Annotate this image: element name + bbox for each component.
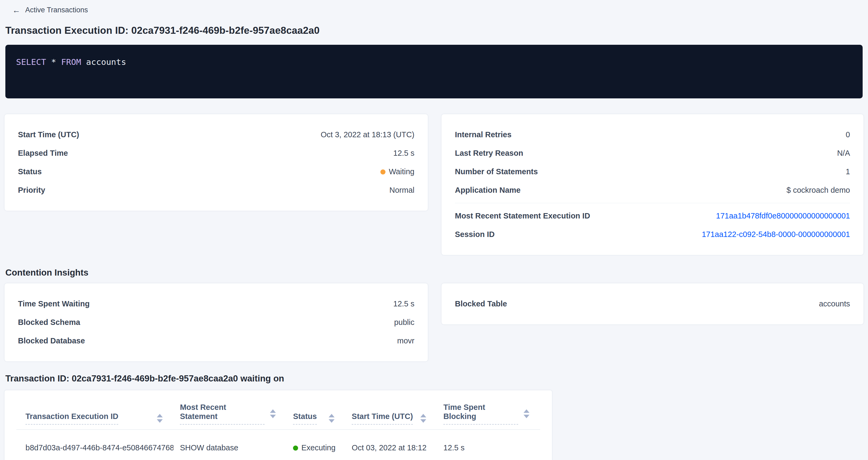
row-value: public (394, 318, 414, 327)
page-title: Transaction Execution ID: 02ca7931-f246-… (5, 25, 864, 36)
status-badge: Waiting (380, 167, 414, 176)
sort-icon[interactable] (524, 409, 529, 418)
contention-blocked-table-card: Blocked Table accounts (441, 283, 864, 325)
sort-icon[interactable] (270, 409, 276, 418)
contention-cards-row: Time Spent Waiting 12.5 s Blocked Schema… (4, 283, 864, 362)
sql-statement-box: SELECT * FROM accounts (5, 45, 863, 98)
transaction-stats-card: Internal Retries 0 Last Retry Reason N/A… (441, 114, 864, 255)
contention-insights-heading: Contention Insights (5, 268, 864, 278)
row-value: Oct 3, 2022 at 18:13 (UTC) (320, 130, 414, 140)
sql-keyword-from: FROM (61, 57, 81, 67)
column-header-most-recent-statement[interactable]: Most Recent Statement (174, 390, 286, 430)
blocked-table-row: Blocked Table accounts (455, 295, 850, 313)
back-arrow-icon: ← (12, 6, 20, 14)
statement-execution-id-row: Most Recent Statement Execution ID 171aa… (455, 207, 850, 225)
sort-icon[interactable] (329, 414, 335, 423)
row-label: Session ID (455, 230, 495, 239)
internal-retries-row: Internal Retries 0 (455, 125, 850, 144)
session-id-row: Session ID 171aa122-c092-54b8-0000-00000… (455, 225, 850, 244)
table-header-row: Transaction Execution ID Most Recent Sta… (17, 390, 540, 430)
cell-status: Executing (286, 430, 345, 460)
cell-time-spent-blocking: 12.5 s (437, 430, 540, 460)
back-link[interactable]: ← Active Transactions (12, 6, 88, 14)
start-time-row: Start Time (UTC) Oct 3, 2022 at 18:13 (U… (18, 125, 414, 144)
row-label: Last Retry Reason (455, 149, 523, 158)
row-value: accounts (819, 299, 850, 309)
row-label: Status (18, 167, 42, 176)
contention-waiting-card: Time Spent Waiting 12.5 s Blocked Schema… (4, 283, 428, 362)
row-value: movr (397, 336, 414, 345)
row-label: Start Time (UTC) (18, 130, 79, 140)
time-spent-waiting-row: Time Spent Waiting 12.5 s (18, 295, 414, 313)
row-value: N/A (837, 149, 850, 158)
row-value: $ cockroach demo (786, 185, 850, 195)
statement-execution-id-link[interactable]: 171aa1b478fdf0e80000000000000001 (716, 211, 850, 221)
sort-icon[interactable] (420, 414, 426, 423)
cell-most-recent-statement: SHOW database (174, 430, 286, 460)
cell-start-time: Oct 03, 2022 at 18:12 (345, 430, 437, 460)
column-header-time-spent-blocking[interactable]: Time Spent Blocking (437, 390, 540, 430)
sql-table-name: accounts (81, 57, 126, 67)
row-label: Application Name (455, 185, 521, 195)
card-divider (455, 203, 850, 203)
blocked-schema-row: Blocked Schema public (18, 313, 414, 332)
row-label: Blocked Schema (18, 318, 80, 327)
row-value: 12.5 s (393, 149, 414, 158)
table-row: b8d7d03a-d497-446b-8474-e50846674768 SHO… (17, 430, 540, 460)
transaction-summary-card: Start Time (UTC) Oct 3, 2022 at 18:13 (U… (4, 114, 428, 211)
application-name-row: Application Name $ cockroach demo (455, 181, 850, 200)
row-label: Blocked Table (455, 299, 507, 309)
row-label: Priority (18, 185, 45, 195)
row-label: Number of Statements (455, 167, 538, 176)
waiting-on-table: Transaction Execution ID Most Recent Sta… (17, 390, 540, 460)
row-value: 12.5 s (393, 299, 414, 309)
column-header-start-time[interactable]: Start Time (UTC) (345, 390, 437, 430)
elapsed-time-row: Elapsed Time 12.5 s (18, 144, 414, 162)
sql-keyword-select: SELECT (16, 57, 46, 67)
priority-row: Priority Normal (18, 181, 414, 200)
waiting-status-dot-icon (380, 170, 385, 175)
row-label: Elapsed Time (18, 149, 68, 158)
last-retry-reason-row: Last Retry Reason N/A (455, 144, 850, 162)
column-header-status[interactable]: Status (286, 390, 345, 430)
cell-transaction-execution-id: b8d7d03a-d497-446b-8474-e50846674768 (17, 430, 174, 460)
number-of-statements-row: Number of Statements 1 (455, 162, 850, 181)
row-label: Most Recent Statement Execution ID (455, 211, 590, 221)
waiting-on-heading: Transaction ID: 02ca7931-f246-469b-b2fe-… (5, 373, 864, 384)
sql-statement: SELECT * FROM accounts (16, 57, 126, 67)
status-row: Status Waiting (18, 162, 414, 181)
row-label: Time Spent Waiting (18, 299, 90, 309)
back-link-label: Active Transactions (25, 6, 88, 14)
summary-cards-row: Start Time (UTC) Oct 3, 2022 at 18:13 (U… (4, 114, 864, 255)
row-label: Internal Retries (455, 130, 512, 140)
row-value: Normal (390, 185, 414, 195)
column-header-transaction-execution-id[interactable]: Transaction Execution ID (17, 390, 174, 430)
row-value: 1 (846, 167, 850, 176)
sql-star: * (46, 57, 61, 67)
transaction-details-page: ← Active Transactions Transaction Execut… (0, 0, 868, 460)
executing-status-dot-icon (293, 446, 298, 451)
waiting-on-table-card: Transaction Execution ID Most Recent Sta… (4, 390, 552, 460)
row-label: Blocked Database (18, 336, 85, 345)
session-id-link[interactable]: 171aa122-c092-54b8-0000-000000000001 (702, 230, 850, 239)
blocked-database-row: Blocked Database movr (18, 332, 414, 350)
sort-icon[interactable] (157, 414, 163, 423)
row-value: 0 (846, 130, 850, 140)
